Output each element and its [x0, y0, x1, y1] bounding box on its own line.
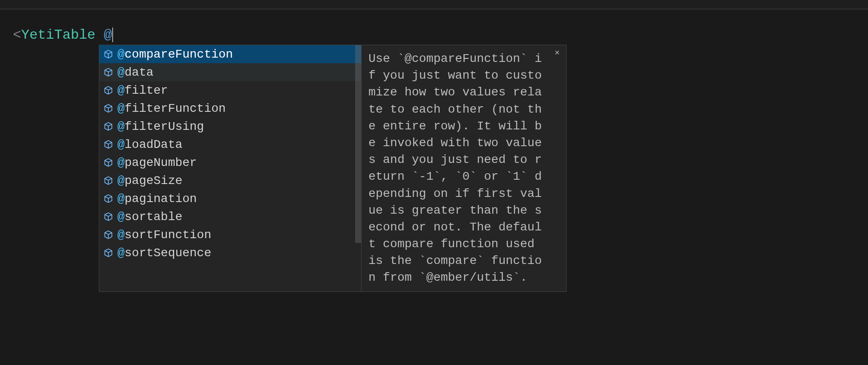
suggestion-item[interactable]: @filter [99, 81, 361, 99]
documentation-panel: × Use `@compareFunction` if you just wan… [361, 45, 566, 291]
suggestion-label: @pageSize [117, 174, 182, 187]
cube-icon [104, 49, 113, 59]
cube-icon [104, 230, 113, 239]
suggestion-item[interactable]: @pagination [99, 190, 361, 208]
suggestion-label: @filterUsing [117, 120, 204, 133]
cube-icon [104, 176, 113, 185]
token-space [95, 27, 104, 43]
cube-icon [104, 194, 113, 203]
cube-icon [104, 248, 113, 258]
suggestion-label: @compareFunction [117, 48, 233, 61]
suggestion-label: @loadData [117, 138, 182, 151]
scrollbar-thumb[interactable] [355, 45, 361, 243]
token-at: @ [104, 27, 112, 43]
suggestion-label: @filterFunction [117, 102, 226, 115]
suggestion-item[interactable]: @filterUsing [99, 117, 361, 135]
suggestion-item[interactable]: @compareFunction [99, 45, 361, 63]
suggestion-label: @pagination [117, 192, 197, 206]
suggestion-label: @sortable [117, 210, 182, 224]
suggestion-label: @sortFunction [117, 228, 211, 242]
cube-icon [104, 67, 113, 77]
text-cursor [112, 28, 113, 42]
suggestion-list[interactable]: @compareFunction@data@filter@filterFunct… [99, 45, 361, 291]
cube-icon [104, 122, 113, 131]
suggestion-label: @sortSequence [117, 246, 211, 260]
cube-icon [104, 86, 113, 95]
suggestion-item[interactable]: @pageNumber [99, 153, 361, 172]
cube-icon [104, 212, 113, 221]
cube-icon [104, 140, 113, 149]
suggestion-item[interactable]: @sortSequence [99, 244, 361, 262]
suggestion-item[interactable]: @filterFunction [99, 99, 361, 117]
suggestion-item[interactable]: @sortFunction [99, 226, 361, 244]
token-component: YetiTable [21, 27, 95, 43]
suggestion-label: @pageNumber [117, 156, 197, 169]
code-line[interactable]: <YetiTable @ [13, 28, 113, 42]
suggestion-item[interactable]: @pageSize [99, 172, 361, 190]
editor-area[interactable]: <YetiTable @ @compareFunction@data@filte… [0, 9, 868, 365]
suggestion-item[interactable]: @sortable [99, 208, 361, 226]
token-bracket: < [13, 27, 21, 43]
cube-icon [104, 158, 113, 167]
documentation-text: Use `@compareFunction` if you just want … [368, 52, 542, 284]
close-icon[interactable]: × [552, 49, 562, 58]
intellisense-widget: @compareFunction@data@filter@filterFunct… [99, 45, 567, 292]
suggestion-label: @filter [117, 84, 168, 97]
suggestion-item[interactable]: @loadData [99, 135, 361, 153]
cube-icon [104, 104, 113, 113]
suggestion-item[interactable]: @data [99, 63, 361, 81]
suggestion-label: @data [117, 66, 153, 79]
